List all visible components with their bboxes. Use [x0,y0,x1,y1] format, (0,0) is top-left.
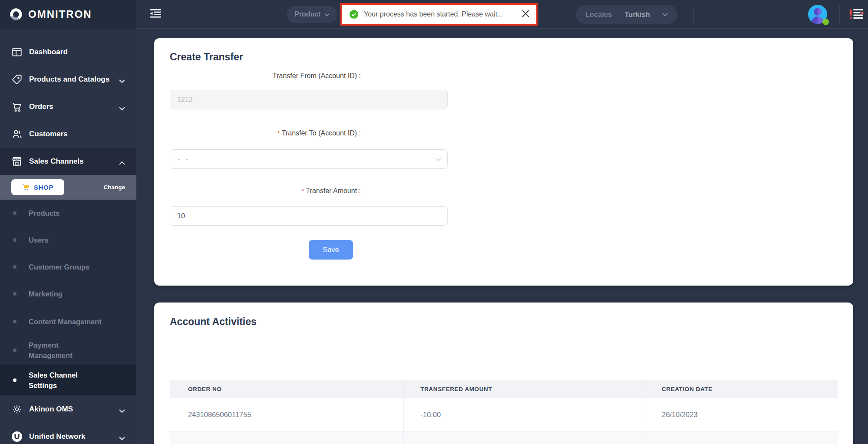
product-dropdown-label: Product [294,10,320,18]
topbar-divider [693,6,694,23]
toast-message: Your process has been started. Please wa… [364,10,503,18]
logo[interactable]: OMNITRON [0,0,136,29]
create-transfer-title: Create Transfer [170,51,838,63]
transfer-to-select[interactable]: - - [170,149,448,169]
tag-icon [11,74,23,85]
chevron-down-icon [324,10,330,18]
bullet-icon [13,378,17,382]
brand-name: OMNITRON [28,8,92,20]
user-avatar[interactable] [808,5,828,25]
sidebar-subitem-label: Payment Management [29,340,102,361]
sidebar-subitem-marketing[interactable]: Marketing [0,280,136,307]
shop-cart-icon [22,184,30,191]
transfer-amount-label: *Transfer Amount : [170,187,361,195]
table-row: 2431086506011755 20.00 26/10/2023 [170,432,838,444]
amount-cell: 20.00 [403,432,644,444]
locale-value: Turkish [624,10,650,19]
sidebar-subitem-label: Marketing [29,289,63,299]
shop-button-label: SHOP [34,184,54,191]
sales-channels-section: Sales Channels SHOP [0,148,136,395]
required-asterisk: * [302,187,304,194]
bullet-icon [13,320,17,323]
close-icon [522,12,529,19]
changelog-icon [848,17,865,24]
change-shop-link[interactable]: Change [103,184,125,191]
chevron-down-icon [662,10,668,18]
amount-cell: -10.00 [403,398,644,431]
transfer-from-input [170,90,448,109]
sidebar-item-products-and-catalogs[interactable]: Products and Catalogs [0,66,136,93]
sidebar-item-label: Dashboard [29,48,68,56]
chevron-down-icon [436,155,441,163]
transfer-from-label: Transfer From (Account ID) : [170,72,361,80]
sidebar-subitem-sales-channel-settings[interactable]: Sales Channel Settings [0,365,136,395]
save-button[interactable]: Save [309,240,353,260]
sidebar: OMNITRON Dashboard Products and Catalogs [0,0,136,444]
sidebar-subitem-customer-groups[interactable]: Customer Groups [0,253,136,280]
sidebar-item-akinon-oms[interactable]: Akinon OMS [0,395,136,423]
topbar-divider [340,6,340,23]
cart-icon [11,101,23,112]
bullet-icon [13,349,17,352]
omnitron-logo-icon [10,8,23,21]
shop-button[interactable]: SHOP [11,179,64,195]
sidebar-subitem-label: Users [29,235,49,245]
transfer-to-selected-value: - - [178,156,190,162]
sidebar-subitem-users[interactable]: Users [0,227,136,253]
sidebar-subitem-label: Sales Channel Settings [29,370,102,391]
active-shop-row: SHOP Change [0,175,136,200]
date-cell: 26/10/2023 [644,432,838,444]
chevron-down-icon [119,434,125,439]
sidebar-collapse-button[interactable] [149,7,162,20]
sidebar-subitem-products[interactable]: Products [0,200,136,227]
chevron-down-icon [119,105,125,109]
transfer-amount-input[interactable] [170,206,448,226]
topbar-divider [839,6,840,23]
changelog-button[interactable] [848,6,865,23]
success-toast: Your process has been started. Please wa… [340,3,538,26]
table-header-row: ORDER NO TRANSFERED AMOUNT CREATION DATE [170,380,838,398]
sidebar-subitem-payment-management[interactable]: Payment Management [0,336,136,365]
transfer-to-label: *Transfer To (Account ID) : [170,129,361,138]
chevron-down-icon [119,407,125,411]
bullet-icon [13,211,17,215]
sidebar-subitem-content-management[interactable]: Content Management [0,307,136,336]
main-content: Create Transfer Transfer From (Account I… [136,29,868,444]
online-status-dot [822,19,829,25]
column-header-creation-date: CREATION DATE [644,380,838,398]
sidebar-item-unified-network[interactable]: Unified Network [0,423,136,444]
sidebar-item-label: Products and Catalogs [29,75,109,84]
product-dropdown[interactable]: Product [287,6,337,23]
account-activities-title: Account Activities [170,316,838,328]
table-row: 2431086506011755 -10.00 26/10/2023 [170,398,838,432]
account-activities-card: Account Activities ORDER NO TRANSFERED A… [154,303,853,444]
sidebar-item-label: Akinon OMS [29,405,73,414]
required-asterisk: * [277,129,280,137]
sidebar-subitem-label: Products [29,208,60,218]
order-no-cell: 2431086506011755 [170,432,403,444]
sidebar-item-dashboard[interactable]: Dashboard [0,38,136,66]
sidebar-item-label: Sales Channels [29,157,84,166]
success-check-icon [349,10,359,19]
toast-close-button[interactable] [521,10,530,19]
sidebar-item-orders[interactable]: Orders [0,93,136,120]
dashboard-icon [11,46,23,58]
locales-label: Locales [585,10,612,19]
chevron-up-icon [119,159,125,164]
sidebar-item-sales-channels[interactable]: Sales Channels [0,148,136,175]
oms-gear-icon [11,404,23,415]
locales-dropdown[interactable]: Locales Turkish [576,5,677,24]
order-no-cell: 2431086506011755 [170,398,403,431]
topbar: Product Your process has been started. P… [136,0,868,29]
sidebar-item-label: Unified Network [29,432,85,441]
bullet-icon [13,238,17,242]
divider [618,10,618,19]
account-activities-table: ORDER NO TRANSFERED AMOUNT CREATION DATE… [170,380,838,444]
customers-icon [11,128,23,140]
outdent-icon [149,15,162,22]
sidebar-subitem-label: Content Management [29,316,102,327]
bullet-icon [13,292,17,296]
sidebar-item-customers[interactable]: Customers [0,120,136,148]
column-header-order-no: ORDER NO [170,380,403,398]
column-header-transfered-amount: TRANSFERED AMOUNT [403,380,644,398]
